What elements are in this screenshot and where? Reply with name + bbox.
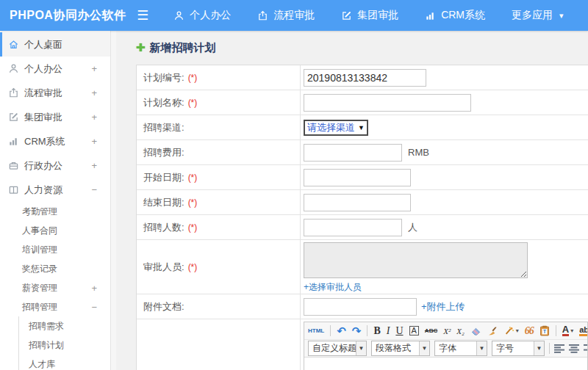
sidebar-subitem-label: 考勤管理 <box>22 206 57 218</box>
expand-toggle[interactable]: + <box>91 160 97 171</box>
expand-toggle[interactable]: − <box>91 184 97 195</box>
superscript-button[interactable]: X² <box>443 327 451 335</box>
svg-text:T: T <box>543 329 546 334</box>
sidebar-item-human-resources[interactable]: 人力资源 − <box>0 178 110 202</box>
topnav-label: CRM系统 <box>441 9 485 22</box>
start-date-input[interactable] <box>304 169 411 186</box>
sidebar-subitem-talent-pool[interactable]: 人才库 <box>19 355 110 370</box>
sidebar-item-label: 人力资源 <box>24 184 62 197</box>
headcount-input[interactable] <box>304 219 402 236</box>
auto-typeset-icon[interactable]: ▾ <box>504 326 519 336</box>
redo-button[interactable]: ↷ <box>352 324 362 338</box>
sidebar-subitem-attendance[interactable]: 考勤管理 <box>0 202 110 221</box>
italic-button[interactable]: I <box>387 325 390 337</box>
topnav-crm-system[interactable]: CRM系统 <box>425 9 485 22</box>
attachment-input[interactable] <box>304 298 417 316</box>
sidebar-subitem-label: 人事合同 <box>22 225 57 237</box>
sidebar-subitem-recruit-plan[interactable]: 招聘计划 <box>19 335 110 355</box>
format-painter-icon[interactable] <box>487 326 498 336</box>
editor-content-area[interactable] <box>304 358 587 370</box>
main-content: ✚ 新增招聘计划 计划编号: (*) 计划名称: (*) 招聘渠道: <box>116 31 588 370</box>
sidebar-subitem-label: 薪资管理 <box>22 282 57 294</box>
bar-chart-icon <box>425 10 436 21</box>
highlight-color-button[interactable]: ab▾ <box>579 326 587 336</box>
sidebar-subitem-label: 招聘管理 <box>22 301 57 313</box>
align-center-icon[interactable] <box>569 344 579 353</box>
label-text: 开始日期: <box>143 171 184 184</box>
topnav-personal-office[interactable]: 个人办公 <box>173 9 231 22</box>
font-color-label: A <box>562 325 569 336</box>
select-caret-icon: ▼ <box>358 124 365 131</box>
plan-no-input[interactable] <box>304 69 426 87</box>
expand-toggle[interactable]: + <box>91 112 97 123</box>
sidebar-item-personal-desktop[interactable]: 个人桌面 <box>0 32 110 57</box>
sidebar-subitem-recruit-demand[interactable]: 招聘需求 <box>19 316 110 335</box>
form-row-headcount: 招聘人数: (*) 人 <box>137 215 588 240</box>
approvers-textarea[interactable] <box>304 242 528 278</box>
sidebar-item-crm-system[interactable]: CRM系统 + <box>0 129 110 153</box>
combo-value: 自定义标题 <box>309 341 356 355</box>
editor-toolbar-row2: 自定义标题 ▼ 段落格式 ▼ 字体 ▼ 字号 ▼ <box>304 340 587 358</box>
align-right-icon[interactable] <box>584 344 587 353</box>
fee-input[interactable] <box>304 144 402 162</box>
expand-toggle[interactable]: + <box>91 283 97 294</box>
custom-title-combo[interactable]: 自定义标题 ▼ <box>308 341 367 356</box>
topnav-workflow-approval[interactable]: 流程审批 <box>257 9 315 22</box>
field-label: 招聘人数: (*) <box>137 215 301 239</box>
expand-toggle[interactable]: + <box>91 63 97 74</box>
toolbar-separator <box>330 325 331 336</box>
source-code-button[interactable]: HTML <box>308 327 324 334</box>
top-nav: 个人办公 流程审批 集团审批 CRM系统 更多应用 ▾ <box>173 9 563 22</box>
sidebar-scrollbar[interactable] <box>110 31 116 370</box>
expand-toggle[interactable]: + <box>91 136 97 147</box>
strikethrough-button[interactable]: ABC <box>425 327 437 334</box>
form-row-plan-name: 计划名称: (*) <box>137 90 588 115</box>
bar-chart-icon <box>8 136 20 147</box>
channel-select[interactable]: 请选择渠道 ▼ <box>304 120 368 136</box>
blockquote-button[interactable]: 66 <box>525 325 534 337</box>
bold-button[interactable]: B <box>373 325 380 337</box>
choose-approvers-link[interactable]: +选择审批人员 <box>304 281 362 294</box>
page-header: ✚ 新增招聘计划 <box>116 31 588 65</box>
topnav-group-approval[interactable]: 集团审批 <box>341 9 398 22</box>
end-date-input[interactable] <box>304 194 411 211</box>
eraser-icon[interactable] <box>470 326 481 336</box>
sidebar-item-group-approval[interactable]: 集团审批 + <box>0 105 110 129</box>
sidebar-subitem-label: 培训管理 <box>22 244 57 256</box>
attachment-upload-link[interactable]: +附件上传 <box>421 300 465 313</box>
font-size-combo[interactable]: 字号 ▼ <box>492 341 545 356</box>
sidebar-subitem-rewards[interactable]: 奖惩记录 <box>0 259 110 278</box>
topnav-more-apps[interactable]: 更多应用 ▾ <box>512 9 564 22</box>
sidebar-item-admin-office[interactable]: 行政办公 + <box>0 153 110 178</box>
plan-name-input[interactable] <box>304 94 471 112</box>
font-color-button[interactable]: A▾ <box>562 325 573 336</box>
underline-button[interactable]: U <box>395 325 403 337</box>
sidebar-subitem-recruitment[interactable]: 招聘管理 − <box>0 297 110 316</box>
sidebar-item-label: 个人桌面 <box>24 38 62 51</box>
form-row-plan-no: 计划编号: (*) <box>137 65 588 90</box>
sidebar-item-label: 个人办公 <box>24 62 62 76</box>
sidebar-item-workflow-approval[interactable]: 流程审批 + <box>0 81 110 105</box>
sidebar-subitem-hr-contract[interactable]: 人事合同 <box>0 221 110 240</box>
sidebar-subitem-training[interactable]: 培训管理 <box>0 240 110 259</box>
paste-text-icon[interactable]: T <box>539 325 550 336</box>
form-row-fee: 招聘费用: RMB <box>137 140 588 165</box>
user-icon <box>8 63 20 74</box>
paragraph-format-combo[interactable]: 段落格式 ▼ <box>371 341 430 356</box>
subscript-button[interactable]: X₂ <box>456 327 465 335</box>
align-left-icon[interactable] <box>554 344 564 353</box>
sidebar-subitem-salary[interactable]: 薪资管理 + <box>0 278 110 297</box>
required-marker: (*) <box>188 73 198 83</box>
form-row-channel: 招聘渠道: 请选择渠道 ▼ <box>137 115 588 140</box>
font-family-combo[interactable]: 字体 ▼ <box>434 341 487 356</box>
sidebar-item-personal-office[interactable]: 个人办公 + <box>0 57 110 81</box>
font-border-button[interactable]: A <box>409 326 419 335</box>
undo-button[interactable]: ↶ <box>337 324 346 338</box>
expand-toggle[interactable]: − <box>91 302 97 313</box>
hamburger-menu-icon[interactable]: ☰ <box>137 7 148 23</box>
expand-toggle[interactable]: + <box>91 87 97 98</box>
field-label: 计划名称: (*) <box>137 90 301 115</box>
field-label: 招聘费用: <box>137 140 301 164</box>
form-row-attachment: 附件文档: +附件上传 <box>137 294 588 319</box>
book-icon <box>8 184 20 195</box>
